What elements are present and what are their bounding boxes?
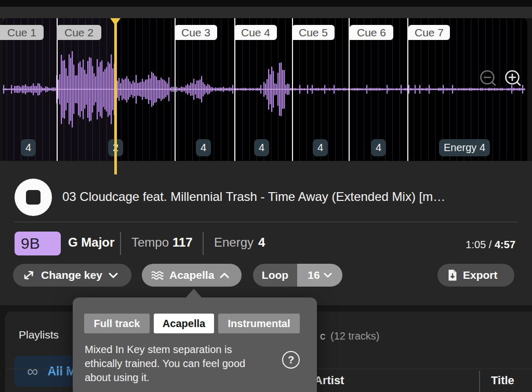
top-black-strip (0, 0, 532, 7)
energy-section-badge: 4 (21, 139, 36, 156)
loop-length-value: 16 (308, 269, 320, 281)
change-key-label: Change key (41, 269, 102, 281)
column-header-artist[interactable]: Artist (314, 374, 344, 387)
stop-icon (26, 190, 41, 205)
change-key-button[interactable]: Change key (13, 264, 131, 287)
key-name: G Major (68, 235, 114, 250)
cue-label[interactable]: Cue 1 (0, 25, 44, 40)
stems-ethics-message: Mixed In Key stem separation is ethicall… (85, 343, 256, 385)
loop-length-select[interactable]: 16 (297, 264, 342, 287)
loop-button[interactable]: Loop 16 (253, 264, 342, 287)
playhead-handle[interactable] (110, 18, 121, 25)
column-divider[interactable] (479, 371, 480, 392)
energy-section-badge: 4 (313, 139, 328, 156)
tempo-label: Tempo (131, 235, 169, 250)
cue-label[interactable]: Cue 6 (350, 25, 393, 40)
divider (203, 232, 204, 255)
track-count: (12 tracks) (330, 330, 379, 342)
help-icon[interactable]: ? (282, 351, 300, 369)
energy-section-badge: Energy 4 (439, 139, 490, 156)
column-header-title[interactable]: Title (491, 374, 514, 387)
track-title: 03 Cloudcage feat. Millennial Trash - Ti… (62, 190, 445, 204)
energy-label: Energy (214, 235, 254, 250)
mixed-in-key-app: { "waveform": { "cues": [ {"label":"Cue … (0, 0, 532, 392)
cue-label[interactable]: Cue 2 (57, 25, 101, 40)
popup-arrow (185, 289, 202, 298)
divider (15, 222, 517, 222)
zoom-out-icon[interactable] (481, 71, 496, 86)
infinity-icon: ∞ (27, 363, 38, 379)
message-line: Mixed In Key stem separation is (85, 343, 256, 357)
cue-label[interactable]: Cue 3 (175, 25, 217, 40)
tab-instrumental[interactable]: Instrumental (218, 314, 300, 333)
export-label: Export (463, 269, 498, 281)
tab-acapella[interactable]: Acapella (154, 314, 214, 333)
top-toolbar-strip (0, 7, 532, 18)
loop-toggle[interactable]: Loop (253, 264, 297, 287)
cue-label[interactable]: Cue 4 (234, 25, 277, 40)
message-line: ethically trained. You can feel good (85, 357, 256, 371)
playhead[interactable] (114, 18, 117, 174)
waveform-panel[interactable]: Cue 1Cue 2Cue 3Cue 4Cue 5Cue 6Cue 7 4244… (3, 18, 527, 161)
change-key-icon (22, 269, 35, 281)
chevron-down-icon (109, 273, 118, 278)
energy-value: 4 (258, 235, 265, 250)
zoom-controls (474, 67, 524, 90)
playlist-track-count: c(12 tracks) (320, 330, 379, 342)
export-button[interactable]: Export (437, 264, 514, 287)
energy-section-badge: 4 (254, 139, 269, 156)
tempo-value: 117 (172, 235, 193, 250)
time-display: 1:05 / 4:57 (426, 239, 515, 251)
time-total: 4:57 (495, 239, 515, 250)
chevron-up-icon (220, 273, 229, 278)
export-file-icon (447, 269, 458, 281)
zoom-in-icon[interactable] (506, 71, 521, 86)
playlist-name: All M (47, 364, 76, 379)
stop-button[interactable] (15, 179, 52, 216)
stems-popup: Full track Acapella Instrumental Mixed I… (73, 298, 317, 392)
stems-button-label: Acapella (169, 269, 214, 281)
energy-section-badge: 4 (196, 139, 211, 156)
player-controls-panel: 03 Cloudcage feat. Millennial Trash - Ti… (0, 161, 532, 305)
divider (120, 232, 121, 255)
energy-section-badge: 4 (371, 139, 386, 156)
cue-label[interactable]: Cue 7 (408, 25, 450, 40)
playlist-name-tail: c (320, 330, 325, 342)
stems-wave-icon (151, 271, 164, 280)
stems-button[interactable]: Acapella (142, 264, 242, 287)
chevron-down-icon (324, 273, 332, 278)
message-line: about using it. (85, 371, 256, 385)
loop-label: Loop (262, 269, 288, 281)
cue-label[interactable]: Cue 5 (292, 25, 335, 40)
playlists-heading: Playlists (19, 329, 59, 341)
tab-full-track[interactable]: Full track (84, 314, 150, 333)
time-elapsed: 1:05 / (466, 239, 495, 250)
camelot-key-badge: 9B (15, 232, 61, 255)
